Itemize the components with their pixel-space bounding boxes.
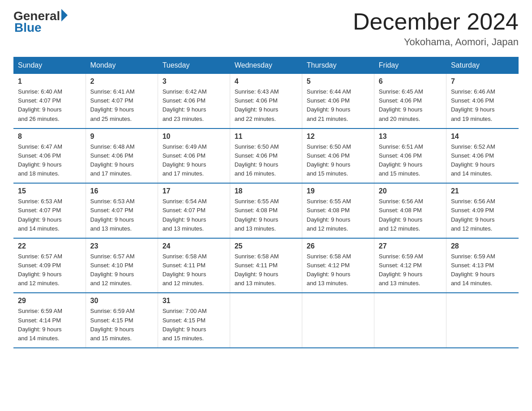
- calendar-header-row: Sunday Monday Tuesday Wednesday Thursday…: [13, 57, 519, 74]
- day-info: Sunrise: 6:58 AM Sunset: 4:12 PM Dayligh…: [307, 252, 369, 288]
- day-number: 7: [451, 77, 514, 86]
- calendar-week-row: 1 Sunrise: 6:40 AM Sunset: 4:07 PM Dayli…: [13, 74, 519, 128]
- calendar-day-cell: 31 Sunrise: 7:00 AM Sunset: 4:15 PM Dayl…: [158, 293, 230, 348]
- day-number: 16: [90, 187, 153, 195]
- day-number: 10: [163, 133, 225, 141]
- calendar-day-cell: 25 Sunrise: 6:58 AM Sunset: 4:11 PM Dayl…: [230, 238, 302, 293]
- day-number: 21: [451, 187, 514, 195]
- calendar-day-cell: [302, 293, 374, 348]
- calendar-day-cell: 17 Sunrise: 6:54 AM Sunset: 4:07 PM Dayl…: [158, 183, 230, 238]
- day-info: Sunrise: 6:54 AM Sunset: 4:07 PM Dayligh…: [163, 197, 225, 233]
- title-block: December 2024 Yokohama, Aomori, Japan: [353, 9, 519, 48]
- day-number: 17: [163, 187, 225, 195]
- header-sunday: Sunday: [13, 57, 86, 74]
- day-number: 9: [90, 133, 153, 141]
- day-info: Sunrise: 6:57 AM Sunset: 4:09 PM Dayligh…: [18, 252, 81, 288]
- day-info: Sunrise: 6:45 AM Sunset: 4:06 PM Dayligh…: [379, 87, 442, 124]
- calendar-day-cell: 29 Sunrise: 6:59 AM Sunset: 4:14 PM Dayl…: [13, 293, 86, 348]
- header-wednesday: Wednesday: [230, 57, 302, 74]
- day-number: 27: [379, 242, 442, 250]
- day-info: Sunrise: 6:42 AM Sunset: 4:06 PM Dayligh…: [163, 87, 225, 124]
- day-info: Sunrise: 6:55 AM Sunset: 4:08 PM Dayligh…: [235, 197, 297, 233]
- month-title: December 2024: [353, 9, 519, 34]
- calendar-day-cell: 8 Sunrise: 6:47 AM Sunset: 4:06 PM Dayli…: [13, 128, 86, 184]
- header-monday: Monday: [86, 57, 158, 74]
- calendar-day-cell: 2 Sunrise: 6:41 AM Sunset: 4:07 PM Dayli…: [86, 74, 158, 128]
- calendar-day-cell: 27 Sunrise: 6:59 AM Sunset: 4:12 PM Dayl…: [374, 238, 446, 293]
- calendar-week-row: 8 Sunrise: 6:47 AM Sunset: 4:06 PM Dayli…: [13, 128, 519, 184]
- day-number: 23: [90, 242, 153, 250]
- day-info: Sunrise: 6:56 AM Sunset: 4:08 PM Dayligh…: [379, 197, 442, 233]
- calendar-week-row: 22 Sunrise: 6:57 AM Sunset: 4:09 PM Dayl…: [13, 238, 519, 293]
- calendar-day-cell: 24 Sunrise: 6:58 AM Sunset: 4:11 PM Dayl…: [158, 238, 230, 293]
- calendar-day-cell: 1 Sunrise: 6:40 AM Sunset: 4:07 PM Dayli…: [13, 74, 86, 128]
- calendar-day-cell: 28 Sunrise: 6:59 AM Sunset: 4:13 PM Dayl…: [446, 238, 518, 293]
- day-info: Sunrise: 6:43 AM Sunset: 4:06 PM Dayligh…: [235, 87, 297, 124]
- calendar-day-cell: 14 Sunrise: 6:52 AM Sunset: 4:06 PM Dayl…: [446, 128, 518, 184]
- calendar-day-cell: 16 Sunrise: 6:53 AM Sunset: 4:07 PM Dayl…: [86, 183, 158, 238]
- calendar-day-cell: 13 Sunrise: 6:51 AM Sunset: 4:06 PM Dayl…: [374, 128, 446, 184]
- day-info: Sunrise: 6:40 AM Sunset: 4:07 PM Dayligh…: [18, 87, 81, 124]
- day-info: Sunrise: 6:58 AM Sunset: 4:11 PM Dayligh…: [235, 252, 297, 288]
- day-info: Sunrise: 6:59 AM Sunset: 4:13 PM Dayligh…: [451, 252, 514, 288]
- day-info: Sunrise: 6:49 AM Sunset: 4:06 PM Dayligh…: [163, 142, 225, 179]
- day-info: Sunrise: 6:50 AM Sunset: 4:06 PM Dayligh…: [307, 142, 369, 179]
- day-info: Sunrise: 6:48 AM Sunset: 4:06 PM Dayligh…: [90, 142, 153, 179]
- calendar-day-cell: 6 Sunrise: 6:45 AM Sunset: 4:06 PM Dayli…: [374, 74, 446, 128]
- calendar-day-cell: 10 Sunrise: 6:49 AM Sunset: 4:06 PM Dayl…: [158, 128, 230, 184]
- calendar-day-cell: [230, 293, 302, 348]
- day-number: 12: [307, 133, 369, 141]
- calendar-day-cell: 19 Sunrise: 6:55 AM Sunset: 4:08 PM Dayl…: [302, 183, 374, 238]
- calendar-day-cell: 7 Sunrise: 6:46 AM Sunset: 4:06 PM Dayli…: [446, 74, 518, 128]
- day-info: Sunrise: 6:57 AM Sunset: 4:10 PM Dayligh…: [90, 252, 153, 288]
- day-info: Sunrise: 6:44 AM Sunset: 4:06 PM Dayligh…: [307, 87, 369, 124]
- calendar-day-cell: 22 Sunrise: 6:57 AM Sunset: 4:09 PM Dayl…: [13, 238, 86, 293]
- calendar-day-cell: 21 Sunrise: 6:56 AM Sunset: 4:09 PM Dayl…: [446, 183, 518, 238]
- calendar-day-cell: 12 Sunrise: 6:50 AM Sunset: 4:06 PM Dayl…: [302, 128, 374, 184]
- day-number: 20: [379, 187, 442, 195]
- calendar-week-row: 15 Sunrise: 6:53 AM Sunset: 4:07 PM Dayl…: [13, 183, 519, 238]
- calendar-day-cell: 11 Sunrise: 6:50 AM Sunset: 4:06 PM Dayl…: [230, 128, 302, 184]
- day-info: Sunrise: 6:55 AM Sunset: 4:08 PM Dayligh…: [307, 197, 369, 233]
- day-info: Sunrise: 6:59 AM Sunset: 4:15 PM Dayligh…: [90, 307, 153, 343]
- day-number: 28: [451, 242, 514, 250]
- calendar-day-cell: 26 Sunrise: 6:58 AM Sunset: 4:12 PM Dayl…: [302, 238, 374, 293]
- calendar-day-cell: [446, 293, 518, 348]
- calendar-day-cell: 15 Sunrise: 6:53 AM Sunset: 4:07 PM Dayl…: [13, 183, 86, 238]
- day-info: Sunrise: 7:00 AM Sunset: 4:15 PM Dayligh…: [163, 307, 225, 343]
- day-info: Sunrise: 6:47 AM Sunset: 4:06 PM Dayligh…: [18, 142, 81, 179]
- day-info: Sunrise: 6:46 AM Sunset: 4:06 PM Dayligh…: [451, 87, 514, 124]
- day-info: Sunrise: 6:53 AM Sunset: 4:07 PM Dayligh…: [18, 197, 81, 233]
- header-thursday: Thursday: [302, 57, 374, 74]
- day-number: 11: [235, 133, 297, 141]
- day-info: Sunrise: 6:59 AM Sunset: 4:12 PM Dayligh…: [379, 252, 442, 288]
- day-info: Sunrise: 6:51 AM Sunset: 4:06 PM Dayligh…: [379, 142, 442, 179]
- logo-arrow-icon: [61, 9, 68, 21]
- header-saturday: Saturday: [446, 57, 518, 74]
- calendar-day-cell: 23 Sunrise: 6:57 AM Sunset: 4:10 PM Dayl…: [86, 238, 158, 293]
- day-number: 2: [90, 77, 153, 86]
- calendar-day-cell: 9 Sunrise: 6:48 AM Sunset: 4:06 PM Dayli…: [86, 128, 158, 184]
- calendar-table: Sunday Monday Tuesday Wednesday Thursday…: [13, 57, 519, 348]
- header-tuesday: Tuesday: [158, 57, 230, 74]
- day-number: 5: [307, 77, 369, 86]
- calendar-week-row: 29 Sunrise: 6:59 AM Sunset: 4:14 PM Dayl…: [13, 293, 519, 348]
- calendar-day-cell: 5 Sunrise: 6:44 AM Sunset: 4:06 PM Dayli…: [302, 74, 374, 128]
- day-number: 15: [18, 187, 81, 195]
- day-number: 8: [18, 133, 81, 141]
- day-number: 29: [18, 297, 81, 305]
- calendar-day-cell: 3 Sunrise: 6:42 AM Sunset: 4:06 PM Dayli…: [158, 74, 230, 128]
- day-number: 13: [379, 133, 442, 141]
- day-number: 14: [451, 133, 514, 141]
- day-number: 1: [18, 77, 81, 86]
- calendar-day-cell: 4 Sunrise: 6:43 AM Sunset: 4:06 PM Dayli…: [230, 74, 302, 128]
- calendar-day-cell: 18 Sunrise: 6:55 AM Sunset: 4:08 PM Dayl…: [230, 183, 302, 238]
- day-number: 25: [235, 242, 297, 250]
- day-number: 18: [235, 187, 297, 195]
- day-info: Sunrise: 6:56 AM Sunset: 4:09 PM Dayligh…: [451, 197, 514, 233]
- day-info: Sunrise: 6:53 AM Sunset: 4:07 PM Dayligh…: [90, 197, 153, 233]
- day-number: 26: [307, 242, 369, 250]
- day-info: Sunrise: 6:58 AM Sunset: 4:11 PM Dayligh…: [163, 252, 225, 288]
- page-header: General Blue December 2024 Yokohama, Aom…: [13, 9, 519, 48]
- day-number: 19: [307, 187, 369, 195]
